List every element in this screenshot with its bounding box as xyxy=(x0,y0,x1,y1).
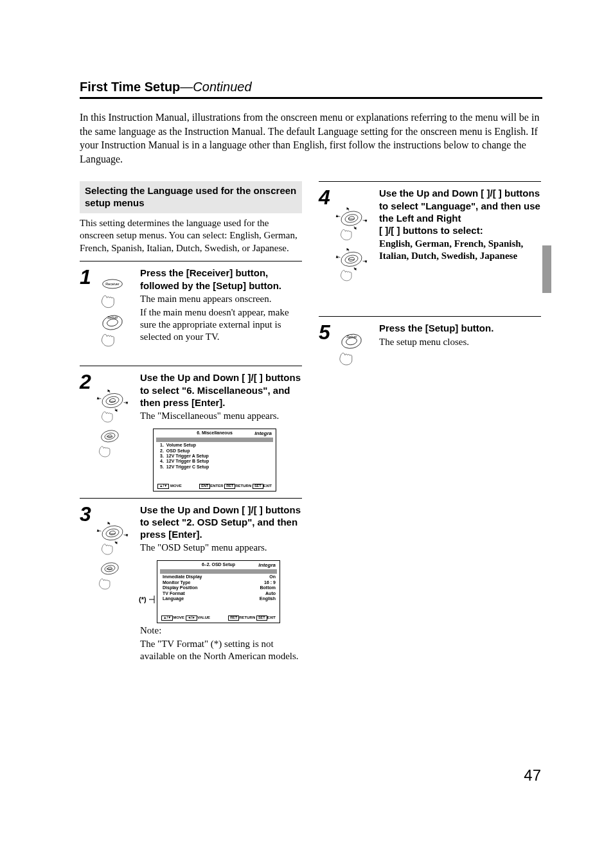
menu-footer: ▲/▼ MOVE ENTENTER RETRETURN SETEXIT xyxy=(154,483,276,491)
menu-item: Volume Setup xyxy=(166,443,272,448)
menu-items: 1.Volume Setup 2.OSD Setup 3.12V Trigger… xyxy=(154,443,276,483)
step-4-options: English, German, French, Spanish, Italia… xyxy=(379,238,541,262)
step-4-instruction-b: [ ]/[ ] buttons to select: xyxy=(379,224,541,236)
setting-label: Language xyxy=(163,596,250,601)
menu-highlight-bar xyxy=(160,569,277,574)
menu-title: 6–2. OSD Setup xyxy=(202,562,235,567)
two-column-layout: Selecting the Language used for the onsc… xyxy=(80,181,542,662)
step-5: 5 Setup Press the [Setup] button. xyxy=(319,316,541,372)
footer-label: EXIT xyxy=(263,484,272,488)
setting-label: Immediate Display xyxy=(163,574,250,580)
step-3-result: The "OSD Setup" menu appears. xyxy=(140,542,302,554)
step-number: 3 xyxy=(80,504,95,524)
step-2-result: The "Miscellaneous" menu appears. xyxy=(140,410,302,422)
footer-label: RETURN xyxy=(239,616,255,620)
menu-item: OSD Setup xyxy=(166,448,272,454)
menu-item: 12V Trigger B Setup xyxy=(166,459,272,464)
footer-label: VALUE xyxy=(197,616,210,620)
menu-item: 12V Trigger C Setup xyxy=(166,465,272,470)
section-header: First Time Setup—Continued xyxy=(80,80,542,99)
enter-button-label: Enter xyxy=(109,531,116,535)
step-1: 1 Receiver Setup xyxy=(80,261,302,359)
page-number: 47 xyxy=(524,766,541,784)
step-1-result: The main menu appears onscreen. xyxy=(140,293,302,305)
setting-label: Monitor Type xyxy=(163,580,250,585)
enter-button-label: Enter xyxy=(107,567,113,571)
enter-button-label: Enter xyxy=(107,435,113,438)
step-3: 3 Enter Enter xyxy=(80,498,302,663)
step-2-instruction: Use the Up and Down [ ]/[ ] buttons to s… xyxy=(140,371,302,409)
intro-paragraph: In this Instruction Manual, illustration… xyxy=(80,111,542,166)
step-4-instruction-a: Use the Up and Down [ ]/[ ] buttons to s… xyxy=(379,187,541,224)
setting-value: 16 : 9 xyxy=(250,580,276,585)
brand-logo: Integra xyxy=(254,430,272,437)
step-number: 4 xyxy=(319,187,334,208)
step-2: 2 Enter Enter xyxy=(80,366,302,491)
footer-label: EXIT xyxy=(267,616,276,620)
step-number: 2 xyxy=(80,371,95,392)
left-column: Selecting the Language used for the onsc… xyxy=(80,181,302,662)
menu-title: 6. Miscellaneous xyxy=(197,430,233,435)
miscellaneous-menu-screenshot: 6. Miscellaneous Integra 1.Volume Setup … xyxy=(153,429,276,492)
setting-label: TV Format xyxy=(163,591,250,596)
step-5-instruction: Press the [Setup] button. xyxy=(379,322,541,334)
brand-logo: Integra xyxy=(258,562,276,569)
step-4-illustration: Enter Enter xyxy=(334,187,379,302)
enter-button-label: Enter xyxy=(348,258,355,261)
note-body: The "TV Format" (*) setting is not avail… xyxy=(140,638,302,662)
osd-setup-menu-screenshot: 6–2. OSD Setup Integra Immediate Display… xyxy=(157,560,280,623)
menu-item: 12V Trigger A Setup xyxy=(166,454,272,459)
menu-footer: ▲/▼MOVE ◄/►VALUE RETRETURN SETEXIT xyxy=(157,614,280,623)
step-2-illustration: Enter Enter xyxy=(95,371,140,477)
menu-highlight-bar xyxy=(156,438,273,442)
step-3-instruction: Use the Up and Down [ ]/[ ] buttons to s… xyxy=(140,504,302,541)
receiver-button-label: Receiver xyxy=(105,283,119,287)
step-5-result: The setup menu closes. xyxy=(379,336,541,348)
enter-button-label: Enter xyxy=(348,217,355,220)
enter-button-label: Enter xyxy=(109,400,116,403)
page: First Time Setup—Continued In this Instr… xyxy=(0,0,613,688)
step-3-illustration: Enter Enter xyxy=(95,504,140,609)
footer-label: MOVE xyxy=(173,616,184,620)
step-4: 4 Enter Enter Use the Up and Down [ ]/[ xyxy=(319,181,541,302)
right-column: 4 Enter Enter Use the Up and Down [ ]/[ xyxy=(319,181,541,372)
heading-rule xyxy=(80,97,542,99)
step-1-note: If the main menu doesn't appear, make su… xyxy=(140,306,302,344)
footer-label: ENTER xyxy=(210,484,223,488)
step-number: 5 xyxy=(319,322,334,342)
subheading-body: This setting determines the language use… xyxy=(80,217,302,255)
setting-label: Display Position xyxy=(163,585,250,590)
footer-label: RETURN xyxy=(235,484,251,488)
step-1-instruction: Press the [Receiver] button, followed by… xyxy=(140,267,302,291)
footer-label: MOVE xyxy=(170,484,182,488)
asterisk-marker: (*) xyxy=(139,595,147,604)
setup-button-label: Setup xyxy=(346,334,357,339)
step-number: 1 xyxy=(80,267,95,287)
setting-value: Auto xyxy=(250,591,276,596)
step-5-illustration: Setup xyxy=(334,322,379,372)
setting-value: On xyxy=(250,574,276,580)
setup-button-label: Setup xyxy=(107,315,118,319)
note-heading: Note: xyxy=(140,624,302,637)
step-1-illustration: Receiver Setup xyxy=(95,267,140,359)
setting-value: English xyxy=(250,596,276,601)
section-continued: —Continued xyxy=(180,80,251,94)
page-edge-tab xyxy=(542,245,551,293)
section-title: First Time Setup xyxy=(80,80,180,94)
setting-value: Bottom xyxy=(250,585,276,590)
subheading: Selecting the Language used for the onsc… xyxy=(80,181,302,213)
